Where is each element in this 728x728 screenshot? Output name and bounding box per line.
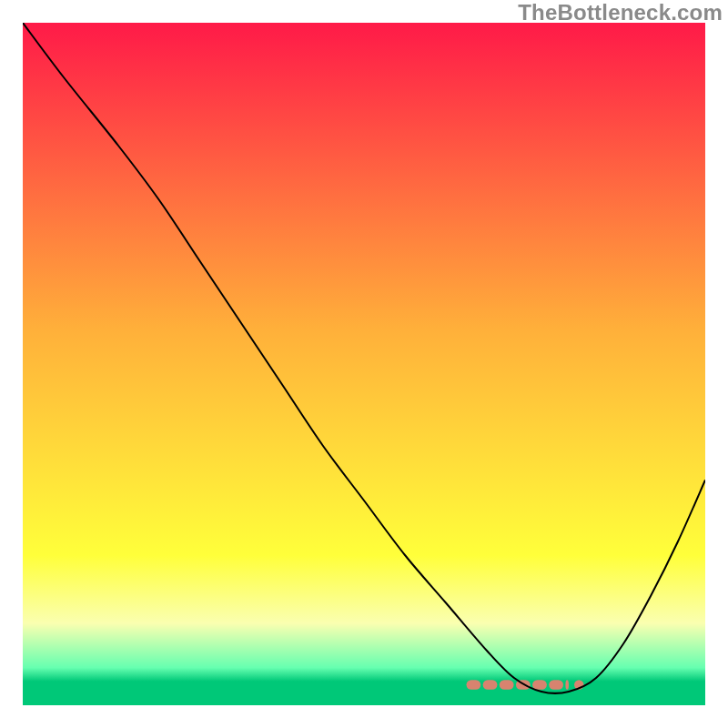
svg-rect-6 xyxy=(565,680,569,690)
plot-area xyxy=(23,23,705,705)
gradient-background xyxy=(23,23,705,705)
svg-rect-2 xyxy=(500,680,514,690)
svg-rect-1 xyxy=(483,680,498,690)
svg-rect-5 xyxy=(549,680,563,690)
svg-rect-0 xyxy=(467,680,481,690)
svg-rect-4 xyxy=(532,680,547,690)
chart-svg xyxy=(23,23,705,705)
chart-canvas: TheBottleneck.com xyxy=(0,0,728,728)
watermark-text: TheBottleneck.com xyxy=(518,0,723,25)
